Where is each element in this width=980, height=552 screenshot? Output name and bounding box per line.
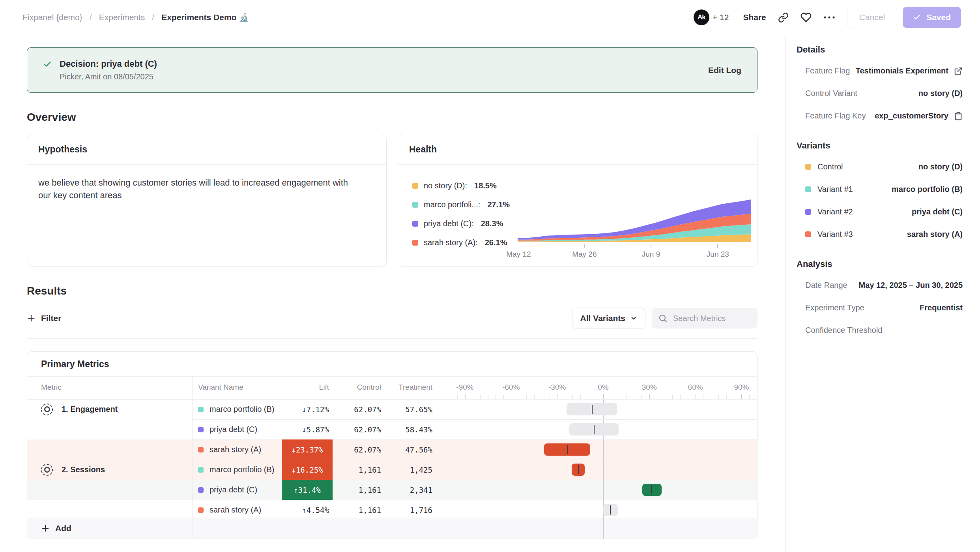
divider	[27, 338, 757, 339]
legend-swatch	[412, 221, 418, 227]
chevron-down-icon	[630, 315, 637, 322]
topbar-actions: Ak + 12 Share Cancel Saved	[694, 7, 961, 28]
table-row[interactable]: priya debt (C) ↑31.4% 1,161 2,341	[27, 480, 757, 500]
metric-group-engagement[interactable]: 1. Engagement	[41, 399, 118, 419]
breadcrumb-separator: /	[152, 13, 154, 22]
lift-badge-negative: ↓23.37%	[282, 439, 333, 460]
table-row[interactable]: marco portfolio (B) ↓16.25% 1,161 1,425	[27, 460, 757, 480]
analysis-row-confidence-threshold: Confidence Threshold	[797, 319, 963, 342]
experiment-page: Fixpanel {demo} / Experiments / Experime…	[0, 0, 980, 552]
breadcrumb-experiments[interactable]: Experiments	[99, 13, 145, 22]
variant-swatch	[198, 467, 204, 473]
variant-swatch	[198, 447, 204, 452]
primary-metrics-card: Primary Metrics Metric Variant Name Lift…	[27, 351, 757, 539]
decision-check-icon	[43, 60, 52, 69]
external-link-icon[interactable]	[954, 67, 963, 75]
legend-swatch	[412, 240, 418, 246]
metric-group-sessions[interactable]: 2. Sessions	[41, 460, 105, 480]
detail-row-feature-flag: Feature Flag Testimonials Experiment	[797, 60, 963, 82]
main-content: Decision: priya debt (C) Picker, Amit on…	[0, 35, 785, 552]
hypothesis-card: Hypothesis we believe that showing custo…	[27, 134, 387, 267]
breadcrumb-separator: /	[90, 13, 92, 22]
detail-row-control-variant: Control Variant no story (D)	[797, 82, 963, 105]
variant-swatch	[805, 186, 811, 192]
detail-row-feature-flag-key: Feature Flag Key exp_customerStory	[797, 105, 963, 127]
variant-row-1: Variant #1 marco portfolio (B)	[797, 178, 963, 201]
analysis-row-experiment-type: Experiment Type Frequentist	[797, 297, 963, 319]
legend-item: no story (D):18.5%	[412, 181, 512, 190]
table-row[interactable]: sarah story (A) ↑4.54% 1,161 1,716	[27, 500, 757, 520]
legend-item: priya debt (C):28.3%	[412, 219, 512, 228]
lift-badge-positive: ↑31.4%	[282, 480, 333, 500]
variants-heading: Variants	[797, 141, 963, 151]
legend-item: marco portfoli...:27.1%	[412, 200, 512, 209]
variant-swatch	[198, 507, 204, 513]
table-column-header: Metric Variant Name Lift Control Treatme…	[27, 377, 757, 399]
cancel-button[interactable]: Cancel	[847, 7, 897, 28]
metric-target-icon	[41, 464, 53, 476]
breadcrumb: Fixpanel {demo} / Experiments / Experime…	[22, 13, 249, 22]
health-card: Health no story (D):18.5% marco portfoli…	[398, 134, 757, 267]
variant-filter-dropdown[interactable]: All Variants	[572, 308, 645, 329]
details-heading: Details	[797, 45, 963, 55]
search-icon	[658, 314, 668, 323]
copy-link-icon[interactable]	[778, 12, 789, 23]
add-metric-button[interactable]: Add	[27, 518, 757, 539]
variant-row-control: Control no story (D)	[797, 156, 963, 178]
favorite-heart-icon[interactable]	[800, 12, 812, 23]
plus-icon	[41, 524, 50, 533]
avatar[interactable]: Ak	[694, 9, 709, 25]
results-heading: Results	[27, 285, 757, 297]
decision-subtitle: Picker, Amit on 08/05/2025	[60, 72, 157, 81]
metrics-search	[652, 308, 757, 329]
health-chart: May 12May 26Jun 9Jun 23	[512, 165, 757, 267]
edit-log-button[interactable]: Edit Log	[708, 66, 741, 75]
variant-swatch	[805, 164, 811, 170]
decision-banner: Decision: priya debt (C) Picker, Amit on…	[27, 47, 757, 93]
variant-swatch	[805, 209, 811, 215]
overview-heading: Overview	[27, 111, 757, 124]
breadcrumb-project[interactable]: Fixpanel {demo}	[22, 13, 82, 22]
hypothesis-text: we believe that showing customer stories…	[27, 165, 386, 202]
variant-swatch	[198, 487, 204, 493]
more-options-icon[interactable]	[823, 15, 835, 19]
variant-swatch	[805, 231, 811, 237]
axis-tick-strip	[27, 394, 757, 399]
health-chart-x-axis: May 12May 26Jun 9Jun 23	[518, 246, 751, 259]
check-icon	[913, 13, 921, 21]
top-bar: Fixpanel {demo} / Experiments / Experime…	[0, 0, 980, 35]
breadcrumb-current: Experiments Demo 🔬	[161, 13, 249, 22]
add-filter-button[interactable]: Filter	[27, 314, 61, 323]
avatar-overflow-count[interactable]: + 12	[713, 13, 729, 22]
table-row[interactable]: priya debt (C) ↓5.87% 62.07% 58.43%	[27, 419, 757, 439]
lift-badge-negative: ↓16.25%	[282, 460, 333, 480]
analysis-row-date-range: Date Range May 12, 2025 – Jun 30, 2025	[797, 274, 963, 297]
legend-swatch	[412, 183, 418, 189]
saved-button[interactable]: Saved	[903, 7, 961, 28]
variant-row-2: Variant #2 priya debt (C)	[797, 201, 963, 223]
metric-rows: 1. Engagement 2. Sessions marco portfoli…	[27, 399, 757, 520]
share-button[interactable]: Share	[743, 13, 766, 22]
metric-target-icon	[41, 404, 53, 415]
plus-icon	[27, 314, 36, 323]
clipboard-copy-icon[interactable]	[954, 112, 963, 120]
variant-swatch	[198, 407, 204, 412]
table-row[interactable]: sarah story (A) ↓23.37% 62.07% 47.56%	[27, 439, 757, 460]
table-row[interactable]: marco portfolio (B) ↓7.12% 62.07% 57.65%	[27, 399, 757, 419]
details-sidebar: Details Feature Flag Testimonials Experi…	[785, 35, 980, 552]
decision-title: Decision: priya debt (C)	[60, 59, 157, 69]
health-card-title: Health	[398, 134, 757, 165]
variant-row-3: Variant #3 sarah story (A)	[797, 223, 963, 246]
health-legend: no story (D):18.5% marco portfoli...:27.…	[398, 165, 512, 267]
legend-swatch	[412, 202, 418, 208]
analysis-heading: Analysis	[797, 259, 963, 269]
variant-swatch	[198, 427, 204, 432]
search-metrics-input[interactable]	[672, 314, 749, 323]
hypothesis-card-title: Hypothesis	[27, 134, 386, 165]
primary-metrics-title: Primary Metrics	[27, 352, 757, 377]
legend-item: sarah story (A):26.1%	[412, 238, 512, 247]
